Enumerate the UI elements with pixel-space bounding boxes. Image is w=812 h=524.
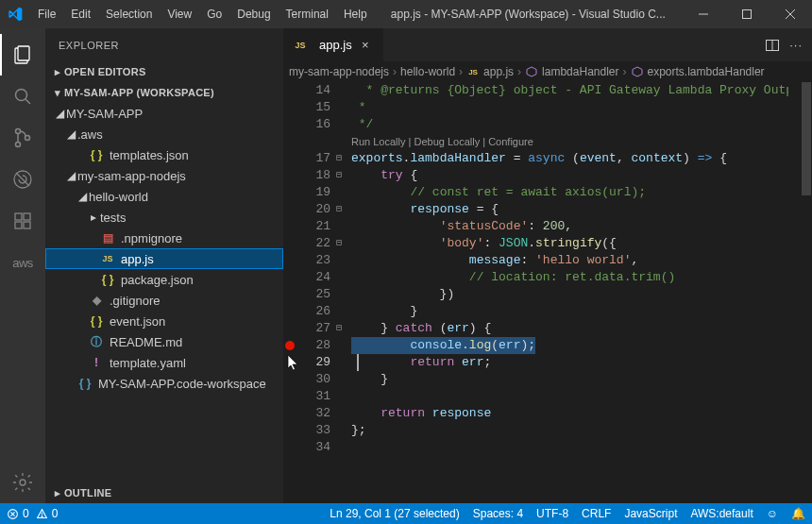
- outline-section[interactable]: ▸ OUTLINE: [45, 482, 283, 503]
- line-number[interactable]: 30: [296, 371, 330, 388]
- window-maximize-button[interactable]: [725, 0, 769, 28]
- tree-item[interactable]: ◢MY-SAM-APP: [45, 103, 283, 124]
- status-warnings[interactable]: 0: [36, 503, 65, 524]
- code-editor[interactable]: 1415161718192021222324252627282930313233…: [283, 82, 812, 503]
- code-content[interactable]: * @returns {Object} object - API Gateway…: [346, 82, 788, 503]
- menu-file[interactable]: File: [30, 0, 63, 28]
- fold-toggle-icon[interactable]: ⊟: [332, 320, 346, 337]
- breadcrumb-item[interactable]: my-sam-app-nodejs: [287, 65, 391, 78]
- status-errors[interactable]: 0: [0, 503, 36, 524]
- menu-selection[interactable]: Selection: [98, 0, 160, 28]
- menu-go[interactable]: Go: [199, 0, 229, 28]
- menu-edit[interactable]: Edit: [63, 0, 98, 28]
- more-actions-icon[interactable]: ···: [789, 38, 803, 52]
- breadcrumb-separator-icon: ›: [516, 65, 523, 78]
- menu-help[interactable]: Help: [336, 0, 375, 28]
- line-number[interactable]: 31: [296, 388, 330, 405]
- status-language[interactable]: JavaScript: [617, 503, 684, 524]
- line-number[interactable]: 14: [296, 82, 330, 99]
- line-number[interactable]: 28: [296, 337, 330, 354]
- line-number[interactable]: 32: [296, 405, 330, 422]
- breadcrumb-item[interactable]: exports.lambdaHandler: [629, 65, 767, 78]
- tree-item[interactable]: { }MY-SAM-APP.code-workspace: [45, 373, 283, 394]
- line-number[interactable]: 20: [296, 201, 330, 218]
- svg-rect-4: [18, 46, 29, 60]
- scm-icon[interactable]: [0, 117, 45, 159]
- status-feedback-icon[interactable]: ☺: [760, 503, 785, 524]
- line-number[interactable]: 33: [296, 422, 330, 439]
- tree-item[interactable]: ◢.aws: [45, 124, 283, 144]
- tree-item[interactable]: { }event.json: [45, 311, 283, 331]
- scrollbar-thumb[interactable]: [802, 82, 811, 195]
- line-number[interactable]: 27: [296, 320, 330, 337]
- line-number[interactable]: [296, 133, 330, 150]
- tree-item[interactable]: JSapp.js: [45, 248, 283, 269]
- breakpoint-gutter[interactable]: [283, 82, 296, 503]
- settings-gear-icon[interactable]: [0, 462, 45, 503]
- tab-app-js[interactable]: JS app.js ×: [283, 28, 383, 61]
- menu-terminal[interactable]: Terminal: [279, 0, 336, 28]
- line-number[interactable]: 25: [296, 286, 330, 303]
- fold-toggle-icon[interactable]: ⊟: [332, 167, 346, 184]
- status-aws-profile[interactable]: AWS:default: [684, 503, 759, 524]
- line-number[interactable]: 26: [296, 303, 330, 320]
- status-indentation[interactable]: Spaces: 4: [466, 503, 530, 524]
- status-cursor-position[interactable]: Ln 29, Col 1 (27 selected): [323, 503, 465, 524]
- file-tree[interactable]: ◢MY-SAM-APP◢.aws{ }templates.json◢my-sam…: [45, 103, 283, 482]
- codelens-action[interactable]: Debug Locally: [414, 136, 480, 147]
- breadcrumb[interactable]: my-sam-app-nodejs›hello-world›JSapp.js›l…: [283, 61, 812, 82]
- tree-item[interactable]: ⓘREADME.md: [45, 331, 283, 352]
- js-file-icon: JS: [293, 38, 308, 53]
- status-eol[interactable]: CRLF: [575, 503, 617, 524]
- tree-item[interactable]: ◆.gitignore: [45, 290, 283, 311]
- line-number[interactable]: 15: [296, 99, 330, 116]
- tree-item-label: templates.json: [110, 148, 189, 162]
- tree-item[interactable]: ◢my-sam-app-nodejs: [45, 165, 283, 186]
- search-icon[interactable]: [0, 76, 45, 117]
- tab-close-icon[interactable]: ×: [358, 38, 373, 52]
- tree-item[interactable]: ◢hello-world: [45, 186, 283, 207]
- breadcrumb-item[interactable]: hello-world: [398, 65, 457, 78]
- aws-icon[interactable]: aws: [0, 242, 45, 283]
- line-number[interactable]: 16: [296, 116, 330, 133]
- breadcrumb-item[interactable]: JSapp.js: [465, 65, 516, 78]
- chevron-down-icon: ◢: [76, 190, 89, 203]
- line-number[interactable]: 24: [296, 269, 330, 286]
- fold-toggle-icon[interactable]: ⊟: [332, 150, 346, 167]
- fold-toggle-icon[interactable]: ⊟: [332, 235, 346, 252]
- line-number[interactable]: 18: [296, 167, 330, 184]
- fold-gutter[interactable]: ⊟⊟⊟⊟⊟: [332, 82, 346, 503]
- open-editors-section[interactable]: ▸ OPEN EDITORS: [45, 61, 283, 82]
- tree-item[interactable]: ▸tests: [45, 207, 283, 228]
- line-number-gutter[interactable]: 1415161718192021222324252627282930313233…: [296, 82, 332, 503]
- menu-view[interactable]: View: [160, 0, 199, 28]
- debug-no-bug-icon[interactable]: [0, 159, 45, 200]
- workspace-section[interactable]: ▾ MY-SAM-APP (WORKSPACE): [45, 82, 283, 103]
- window-close-button[interactable]: [769, 0, 812, 28]
- status-notifications-icon[interactable]: 🔔: [785, 503, 812, 524]
- line-number[interactable]: 22: [296, 235, 330, 252]
- breakpoint-icon[interactable]: [285, 341, 295, 350]
- line-number[interactable]: 19: [296, 184, 330, 201]
- tree-item[interactable]: ▤.npmignore: [45, 228, 283, 248]
- breadcrumb-item[interactable]: lambdaHandler: [523, 65, 620, 78]
- line-number[interactable]: 17: [296, 150, 330, 167]
- svg-point-23: [42, 516, 42, 516]
- fold-toggle-icon[interactable]: ⊟: [332, 201, 346, 218]
- tree-item[interactable]: !template.yaml: [45, 352, 283, 373]
- status-encoding[interactable]: UTF-8: [530, 503, 575, 524]
- window-minimize-button[interactable]: [682, 0, 725, 28]
- codelens-action[interactable]: Configure: [488, 136, 533, 147]
- split-editor-icon[interactable]: [765, 38, 780, 53]
- tree-item[interactable]: { }templates.json: [45, 144, 283, 165]
- line-number[interactable]: 21: [296, 218, 330, 235]
- codelens-action[interactable]: Run Locally: [351, 136, 405, 147]
- explorer-icon[interactable]: [0, 34, 45, 76]
- editor-scrollbar[interactable]: [799, 82, 812, 503]
- line-number[interactable]: 29: [296, 354, 330, 371]
- tree-item[interactable]: { }package.json: [45, 269, 283, 290]
- line-number[interactable]: 34: [296, 439, 330, 456]
- extensions-icon[interactable]: [0, 200, 45, 242]
- line-number[interactable]: 23: [296, 252, 330, 269]
- menu-debug[interactable]: Debug: [229, 0, 278, 28]
